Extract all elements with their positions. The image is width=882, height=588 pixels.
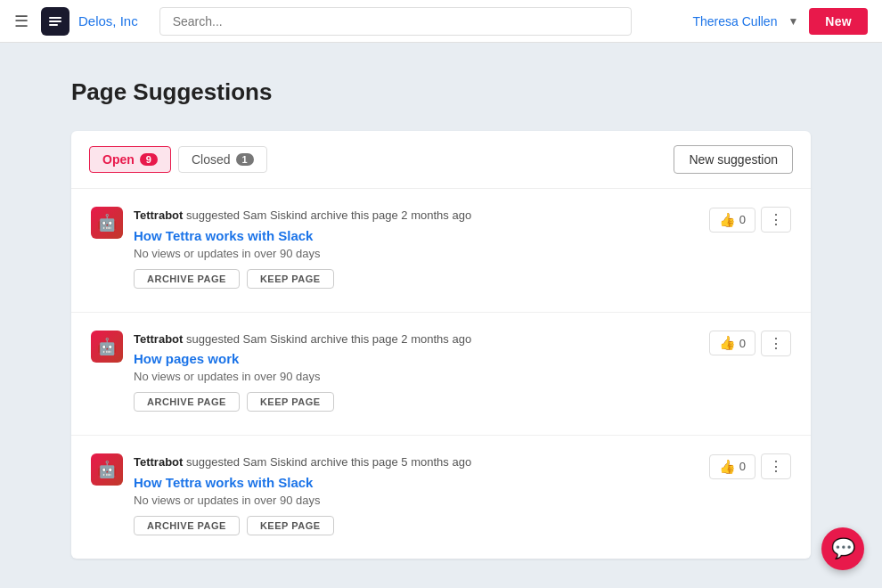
tab-open-label: Open — [102, 152, 135, 167]
suggestion-link[interactable]: How Tettra works with Slack — [134, 228, 471, 243]
suggestion-meta: Tettrabot suggested Sam Siskind archive … — [134, 453, 471, 471]
tab-closed-label: Closed — [192, 152, 231, 167]
suggestion-right: 👍 0 ⋮ — [709, 453, 791, 479]
suggestion-left: 🤖 Tettrabot suggested Sam Siskind archiv… — [91, 207, 471, 289]
suggestion-item: 🤖 Tettrabot suggested Sam Siskind archiv… — [71, 313, 811, 437]
chevron-down-icon[interactable]: ▼ — [788, 15, 798, 28]
suggestion-left: 🤖 Tettrabot suggested Sam Siskind archiv… — [91, 453, 471, 535]
suggestion-left: 🤖 Tettrabot suggested Sam Siskind archiv… — [91, 331, 471, 412]
suggestion-link[interactable]: How Tettra works with Slack — [134, 475, 471, 490]
tab-open-badge: 9 — [140, 153, 158, 166]
more-options-button[interactable]: ⋮ — [761, 453, 791, 479]
action-btn-1[interactable]: KEEP PAGE — [247, 516, 334, 535]
action-btn-0[interactable]: ARCHIVE PAGE — [134, 269, 240, 289]
action-btn-1[interactable]: KEEP PAGE — [247, 269, 334, 289]
search-bar — [159, 7, 672, 36]
svg-rect-3 — [49, 24, 58, 26]
bot-avatar: 🤖 — [91, 207, 123, 239]
more-options-button[interactable]: ⋮ — [761, 207, 791, 233]
suggestion-description: No views or updates in over 90 days — [134, 494, 471, 507]
bot-avatar: 🤖 — [91, 453, 123, 486]
more-options-button[interactable]: ⋮ — [761, 331, 791, 356]
bot-avatar: 🤖 — [91, 331, 123, 363]
suggestion-action-buttons: ARCHIVE PAGEKEEP PAGE — [134, 269, 471, 289]
navbar-right: Theresa Cullen ▼ New — [692, 8, 868, 35]
suggestions-list: 🤖 Tettrabot suggested Sam Siskind archiv… — [71, 189, 811, 559]
suggestion-header: 🤖 Tettrabot suggested Sam Siskind archiv… — [91, 331, 791, 412]
tab-actions: New suggestion — [674, 145, 793, 174]
tab-open[interactable]: Open 9 — [89, 146, 171, 173]
new-button[interactable]: New — [809, 8, 868, 35]
suggestion-body: Tettrabot suggested Sam Siskind archive … — [134, 331, 471, 412]
suggestion-action-buttons: ARCHIVE PAGEKEEP PAGE — [134, 516, 471, 535]
svg-rect-1 — [49, 17, 61, 19]
thumbs-up-button[interactable]: 👍 0 — [709, 454, 755, 479]
bot-name: Tettrabot — [134, 455, 183, 469]
thumbs-up-button[interactable]: 👍 0 — [709, 331, 755, 355]
ellipsis-icon: ⋮ — [769, 458, 783, 475]
page-content: Page Suggestions Open 9 Closed 1 New sug… — [0, 43, 882, 588]
hamburger-icon[interactable]: ☰ — [14, 12, 29, 31]
suggestion-item: 🤖 Tettrabot suggested Sam Siskind archiv… — [71, 436, 811, 559]
suggestion-meta: Tettrabot suggested Sam Siskind archive … — [134, 331, 471, 348]
suggestion-header: 🤖 Tettrabot suggested Sam Siskind archiv… — [91, 453, 791, 535]
action-btn-0[interactable]: ARCHIVE PAGE — [134, 516, 240, 535]
bot-icon: 🤖 — [97, 213, 117, 233]
suggestion-meta: Tettrabot suggested Sam Siskind archive … — [134, 207, 471, 225]
user-name[interactable]: Theresa Cullen — [692, 14, 777, 29]
new-suggestion-button[interactable]: New suggestion — [674, 145, 793, 174]
tab-group: Open 9 Closed 1 — [89, 146, 267, 173]
suggestion-right: 👍 0 ⋮ — [709, 331, 791, 356]
suggestion-description: No views or updates in over 90 days — [134, 247, 471, 260]
thumbs-count: 0 — [739, 460, 746, 473]
ellipsis-icon: ⋮ — [769, 335, 783, 352]
thumbs-count: 0 — [739, 337, 746, 350]
chat-icon: 💬 — [831, 537, 855, 560]
suggestion-header: 🤖 Tettrabot suggested Sam Siskind archiv… — [91, 207, 791, 289]
suggestion-body: Tettrabot suggested Sam Siskind archive … — [134, 207, 471, 289]
suggestion-body: Tettrabot suggested Sam Siskind archive … — [134, 453, 471, 535]
thumbs-up-icon: 👍 — [719, 212, 736, 228]
svg-rect-2 — [49, 20, 61, 22]
tab-closed-badge: 1 — [236, 153, 254, 166]
navbar: ☰ Delos, Inc Theresa Cullen ▼ New — [0, 0, 882, 43]
bot-name: Tettrabot — [134, 332, 183, 346]
suggestion-right: 👍 0 ⋮ — [709, 207, 791, 233]
thumbs-count: 0 — [739, 213, 746, 226]
tab-closed[interactable]: Closed 1 — [178, 146, 267, 173]
search-input[interactable] — [159, 7, 632, 36]
thumbs-up-icon: 👍 — [719, 335, 736, 351]
logo — [41, 7, 69, 36]
navbar-left: ☰ Delos, Inc — [14, 7, 138, 36]
suggestion-item: 🤖 Tettrabot suggested Sam Siskind archiv… — [71, 189, 811, 313]
tab-bar: Open 9 Closed 1 New suggestion — [71, 131, 811, 189]
thumbs-up-button[interactable]: 👍 0 — [709, 208, 755, 233]
bot-icon: 🤖 — [97, 337, 117, 356]
chat-bubble[interactable]: 💬 — [821, 527, 864, 570]
thumbs-up-icon: 👍 — [719, 459, 736, 475]
org-name[interactable]: Delos, Inc — [78, 13, 138, 29]
suggestion-action-buttons: ARCHIVE PAGEKEEP PAGE — [134, 392, 471, 412]
bot-name: Tettrabot — [134, 208, 183, 222]
suggestions-card: Open 9 Closed 1 New suggestion 🤖 — [71, 131, 811, 559]
ellipsis-icon: ⋮ — [769, 211, 783, 228]
action-btn-1[interactable]: KEEP PAGE — [247, 392, 334, 412]
suggestion-link[interactable]: How pages work — [134, 351, 471, 366]
bot-icon: 🤖 — [97, 460, 117, 479]
action-btn-0[interactable]: ARCHIVE PAGE — [134, 392, 240, 412]
page-title: Page Suggestions — [71, 78, 811, 106]
suggestion-description: No views or updates in over 90 days — [134, 370, 471, 383]
